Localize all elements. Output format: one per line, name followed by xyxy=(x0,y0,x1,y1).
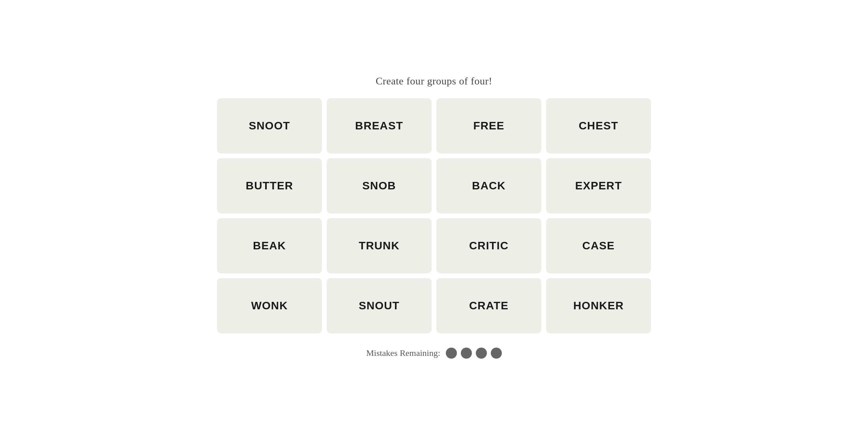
tile-label: SNOOT xyxy=(249,120,290,132)
tile-beak[interactable]: BEAK xyxy=(217,218,322,273)
tile-crate[interactable]: CRATE xyxy=(436,278,541,333)
tile-trunk[interactable]: TRUNK xyxy=(327,218,432,273)
tile-free[interactable]: FREE xyxy=(436,98,541,153)
tile-label: BEAK xyxy=(253,239,286,252)
tile-label: CRITIC xyxy=(469,239,509,252)
tile-label: EXPERT xyxy=(575,180,622,192)
tile-case[interactable]: CASE xyxy=(546,218,651,273)
tile-label: TRUNK xyxy=(359,239,400,252)
mistake-dot-4 xyxy=(491,348,502,359)
tile-snob[interactable]: SNOB xyxy=(327,158,432,213)
tile-snoot[interactable]: SNOOT xyxy=(217,98,322,153)
game-container: Create four groups of four! SNOOTBREASTF… xyxy=(217,75,651,359)
tile-wonk[interactable]: WONK xyxy=(217,278,322,333)
tile-chest[interactable]: CHEST xyxy=(546,98,651,153)
mistake-dot-2 xyxy=(461,348,472,359)
tile-back[interactable]: BACK xyxy=(436,158,541,213)
mistakes-row: Mistakes Remaining: xyxy=(366,348,502,359)
tile-label: SNOUT xyxy=(359,299,400,312)
mistake-dot-3 xyxy=(476,348,487,359)
tile-label: HONKER xyxy=(573,299,624,312)
tile-label: FREE xyxy=(473,120,504,132)
mistakes-dots xyxy=(446,348,502,359)
tile-label: CASE xyxy=(582,239,615,252)
tile-label: SNOB xyxy=(362,180,396,192)
tile-butter[interactable]: BUTTER xyxy=(217,158,322,213)
tile-critic[interactable]: CRITIC xyxy=(436,218,541,273)
subtitle: Create four groups of four! xyxy=(376,75,492,87)
tile-breast[interactable]: BREAST xyxy=(327,98,432,153)
tile-snout[interactable]: SNOUT xyxy=(327,278,432,333)
tile-label: BREAST xyxy=(355,120,403,132)
tile-label: CHEST xyxy=(579,120,619,132)
mistake-dot-1 xyxy=(446,348,457,359)
tile-grid: SNOOTBREASTFREECHESTBUTTERSNOBBACKEXPERT… xyxy=(217,98,651,333)
tile-expert[interactable]: EXPERT xyxy=(546,158,651,213)
mistakes-label: Mistakes Remaining: xyxy=(366,348,440,358)
tile-honker[interactable]: HONKER xyxy=(546,278,651,333)
tile-label: CRATE xyxy=(469,299,509,312)
tile-label: WONK xyxy=(251,299,288,312)
tile-label: BACK xyxy=(472,180,505,192)
tile-label: BUTTER xyxy=(246,180,293,192)
